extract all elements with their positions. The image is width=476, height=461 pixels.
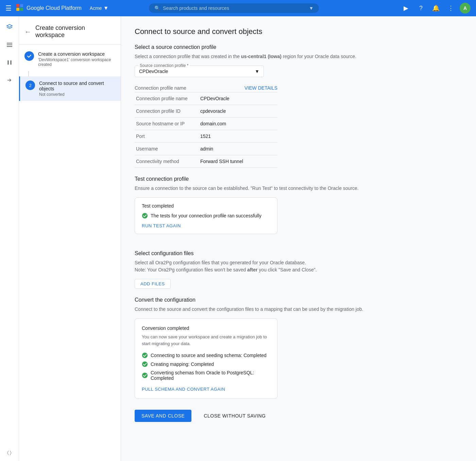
svg-point-9 [10, 60, 12, 62]
sidebar-layers-icon[interactable] [1, 19, 18, 35]
run-test-again-link[interactable]: RUN TEST AGAIN [142, 223, 181, 228]
org-selector[interactable]: Acme ▼ [90, 5, 109, 11]
host-value: domain.com [199, 118, 277, 130]
notifications-icon[interactable]: 🔔 [430, 2, 442, 14]
conversion-check-1-text: Connecting to source and seeding schema:… [151, 353, 267, 358]
save-and-close-button[interactable]: SAVE AND CLOSE [135, 410, 191, 422]
port-value: 1521 [199, 130, 277, 143]
avatar[interactable]: A [460, 3, 471, 14]
test-connection-box: Test completed The tests for your connec… [135, 197, 277, 234]
step-1-item[interactable]: Create a conversion workspace 'DevWorksp… [19, 47, 121, 71]
svg-rect-1 [20, 4, 23, 7]
page-header: ← Create conversion workspace [19, 22, 121, 45]
name-value: CPDevOracle [199, 92, 277, 105]
svg-rect-3 [20, 8, 23, 11]
org-chevron-icon: ▼ [103, 5, 109, 11]
step-2-text: Connect to source and convert objects No… [39, 81, 115, 97]
port-label: Port [135, 130, 199, 143]
svg-point-10 [7, 62, 9, 63]
convert-title: Convert the configuration [135, 297, 462, 303]
connection-profile-name-label: Connection profile name [135, 85, 186, 91]
gcp-logo-icon [16, 3, 24, 13]
step-1-label: Create a conversion workspace [38, 51, 115, 57]
sidebar-list-icon[interactable] [1, 37, 18, 53]
table-row-id: Connection profile ID cpdevoracle [135, 105, 277, 118]
table-row-connectivity: Connectivity method Forward SSH tunnel [135, 155, 277, 168]
page-title: Create conversion workspace [35, 24, 115, 39]
config-files-title: Select configuration files [135, 250, 462, 256]
dropdown-arrow-icon: ▼ [255, 69, 259, 74]
svg-point-17 [142, 373, 148, 378]
stepper-sidebar: ← Create conversion workspace Create a c… [19, 16, 121, 461]
conversion-box-desc: You can now save your workspace and crea… [142, 334, 270, 347]
conversion-check-2-icon [142, 361, 148, 367]
step-2-circle: 2 [26, 81, 35, 90]
terminal-icon[interactable]: ▶ [400, 2, 412, 14]
pull-schema-link[interactable]: PULL SCHEMA AND CONVERT AGAIN [142, 387, 225, 392]
search-input[interactable] [163, 5, 306, 11]
source-profile-value: CPDevOracle [139, 69, 168, 74]
svg-point-11 [10, 62, 12, 63]
connectivity-value: Forward SSH tunnel [199, 155, 277, 168]
step-1-circle [24, 51, 34, 61]
test-success-row: The tests for your connection profile ra… [142, 213, 270, 219]
name-label: Connection profile name [135, 92, 199, 105]
hamburger-menu[interactable]: ☰ [5, 4, 12, 12]
step-1-sublabel: 'DevWorkspace1' conversion workspace cre… [38, 57, 115, 67]
conversion-completed-title: Conversion completed [142, 325, 270, 331]
sidebar-expand-btn[interactable]: 〈 〉 [7, 450, 12, 456]
svg-point-16 [142, 361, 148, 367]
id-value: cpdevoracle [199, 105, 277, 118]
conversion-check-1: Connecting to source and seeding schema:… [142, 352, 270, 358]
source-profile-label: Source connection profile * [138, 63, 190, 68]
sidebar-grid-icon[interactable] [1, 54, 18, 71]
test-connection-title: Test connection profile [135, 176, 462, 182]
search-bar[interactable]: 🔍 ▼ [149, 3, 319, 13]
conversion-check-1-icon [142, 352, 148, 358]
source-profile-field[interactable]: Source connection profile * CPDevOracle … [135, 66, 264, 77]
connection-details-table: Connection profile name CPDevOracle Conn… [135, 92, 277, 168]
svg-rect-0 [16, 4, 19, 7]
svg-point-14 [142, 213, 148, 218]
close-without-saving-button[interactable]: CLOSE WITHOUT SAVING [197, 410, 272, 422]
help-icon[interactable]: ? [415, 2, 427, 14]
source-profile-field-group: Source connection profile * CPDevOracle … [135, 66, 462, 77]
svg-rect-2 [16, 8, 19, 11]
main-content: Connect to source and convert objects Se… [121, 16, 476, 461]
top-navigation: ☰ Google Cloud Platform Acme ▼ 🔍 ▼ ▶ ? 🔔… [0, 0, 476, 16]
svg-marker-4 [7, 24, 12, 27]
nav-right-actions: ▶ ? 🔔 ⋮ A [400, 2, 471, 14]
svg-rect-6 [7, 45, 12, 45]
step-1-text: Create a conversion workspace 'DevWorksp… [38, 51, 115, 67]
step-2-label: Connect to source and convert objects [39, 81, 115, 91]
svg-point-12 [7, 63, 9, 65]
back-button[interactable]: ← [24, 28, 31, 36]
conversion-check-2-text: Creating mapping: Completed [151, 361, 214, 367]
table-row-port: Port 1521 [135, 130, 277, 143]
table-row-host: Source hostname or IP domain.com [135, 118, 277, 130]
table-row-username: Username admin [135, 143, 277, 155]
add-files-button[interactable]: ADD FILES [135, 279, 171, 289]
connectivity-label: Connectivity method [135, 155, 199, 168]
svg-rect-5 [7, 43, 12, 43]
username-value: admin [199, 143, 277, 155]
step-2-sublabel: Not converted [39, 92, 115, 97]
app-title: Google Cloud Platform [27, 5, 82, 11]
source-profile-dropdown[interactable]: CPDevOracle ▼ [139, 69, 259, 74]
table-row-name: Connection profile name CPDevOracle [135, 92, 277, 105]
sidebar-arrow-icon[interactable] [1, 72, 18, 88]
view-details-link[interactable]: VIEW DETAILS [244, 85, 277, 91]
app-logo: Google Cloud Platform [16, 3, 82, 13]
step-2-item[interactable]: 2 Connect to source and convert objects … [19, 76, 121, 101]
conversion-check-3-icon [142, 372, 148, 378]
convert-desc: Connect to the source and convert the co… [135, 306, 462, 313]
step-connector [28, 71, 29, 76]
search-dropdown-icon: ▼ [309, 5, 313, 11]
test-success-icon [142, 213, 148, 219]
main-section-title: Connect to source and convert objects [135, 27, 462, 36]
settings-icon[interactable]: ⋮ [445, 2, 457, 14]
svg-point-13 [10, 63, 12, 65]
test-connection-desc: Ensure a connection to the source can be… [135, 185, 462, 192]
source-profile-title: Select a source connection profile [135, 44, 462, 50]
source-profile-desc: Select a connection profile that was cre… [135, 53, 462, 60]
